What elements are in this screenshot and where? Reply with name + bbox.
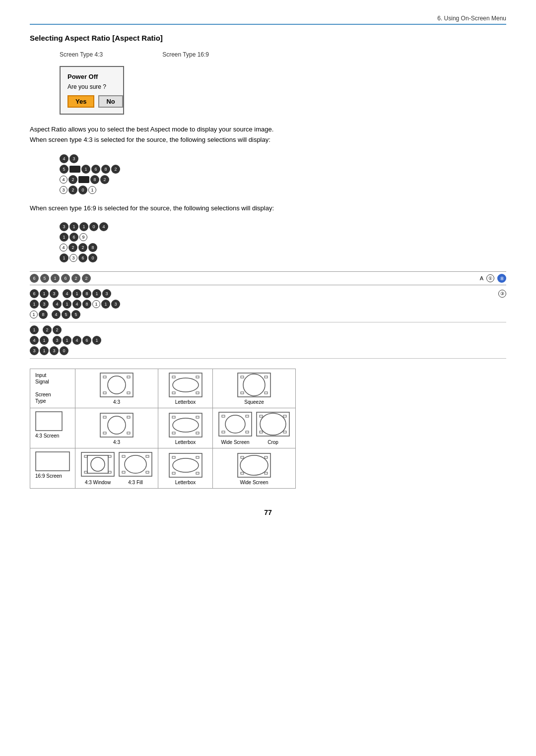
svg-rect-3 <box>127 376 130 378</box>
yes-button[interactable]: Yes <box>67 95 94 108</box>
ic-f: 1 <box>60 233 68 242</box>
ic-o: 6 <box>78 253 87 262</box>
svg-rect-18 <box>36 412 62 431</box>
icon-row-5: 3 1 1 0 4 <box>60 222 506 231</box>
ig-i: 6 <box>82 336 91 345</box>
icon-s4: 8 <box>101 165 110 174</box>
icon-section-3: 1 2 2 4 1 3 1 4 6 1 3 1 3 0 <box>30 325 506 355</box>
ig-l: 1 <box>40 346 49 355</box>
separator-line-2 <box>30 358 506 359</box>
svg-rect-43 <box>36 452 69 471</box>
svg-rect-17 <box>265 392 268 394</box>
svg-rect-50 <box>108 471 111 473</box>
svg-point-58 <box>173 458 199 472</box>
svg-rect-48 <box>108 455 111 457</box>
icon-r1 <box>69 166 80 173</box>
svg-rect-51 <box>119 452 152 476</box>
icon-row-4: 3 2 0 1 <box>60 186 506 194</box>
cell-43screen-43: 4:3 <box>75 408 158 448</box>
icon-row-14: 3 1 3 0 <box>30 346 506 355</box>
mi-m: 4 <box>72 300 81 309</box>
svg-rect-35 <box>222 431 225 433</box>
svg-rect-2 <box>103 376 106 378</box>
svg-rect-9 <box>196 376 199 378</box>
col-squeeze-label: Squeeze <box>218 399 290 405</box>
svg-rect-53 <box>122 455 125 457</box>
svg-rect-54 <box>146 455 149 457</box>
ic-d: 0 <box>89 222 98 231</box>
icon-s7: 8 <box>90 175 99 184</box>
svg-rect-33 <box>222 415 225 417</box>
svg-rect-24 <box>127 432 130 434</box>
svg-rect-16 <box>241 392 244 394</box>
preview-43screen-widescreen <box>218 411 253 437</box>
icon-s2: 1 <box>81 165 90 174</box>
cell-169screen-43window-fill: 4:3 Window 4:3 Fill <box>75 448 158 489</box>
mi-l: 1 <box>63 300 71 309</box>
circle-1: ① <box>486 274 494 282</box>
svg-rect-68 <box>265 472 268 474</box>
svg-rect-28 <box>196 416 199 418</box>
ig-e: 1 <box>40 336 49 345</box>
svg-rect-31 <box>219 412 252 436</box>
ic-n: 3 <box>69 254 77 262</box>
svg-rect-15 <box>265 376 268 378</box>
icon-s3: 6 <box>91 165 100 174</box>
mi-g: 1 <box>92 289 101 298</box>
icon-row-9: 6 1 3 4 1 8 1 3 ③ <box>30 289 506 298</box>
ic-k: 2 <box>78 243 87 252</box>
mi-n: 8 <box>82 300 91 309</box>
mi-q: 3 <box>111 300 120 309</box>
preview-169screen-43window <box>80 451 115 477</box>
icon-list-43: 4 3 5 1 6 8 2 4 2 8 2 3 2 0 1 <box>60 154 506 194</box>
svg-rect-39 <box>260 415 263 417</box>
col-letterbox-header: Letterbox <box>158 369 213 408</box>
svg-rect-21 <box>103 416 106 418</box>
svg-point-13 <box>243 374 265 396</box>
cell-43screen-letterbox: Letterbox <box>158 408 213 448</box>
ig-c: 2 <box>53 325 62 334</box>
svg-rect-47 <box>84 455 87 457</box>
preview-letterbox-input <box>168 372 203 398</box>
ig-h: 4 <box>72 336 81 345</box>
ig-n: 0 <box>60 346 68 355</box>
svg-rect-25 <box>169 413 202 437</box>
no-button[interactable]: No <box>98 95 123 108</box>
icon-row-6: 1 6 9 <box>60 233 506 242</box>
icon-s5: 2 <box>111 165 120 174</box>
mi-e: 1 <box>72 289 81 298</box>
svg-rect-4 <box>103 392 106 394</box>
mi-t: 4 <box>52 310 61 319</box>
mi-f: 8 <box>82 289 91 298</box>
preview-43screen-43 <box>99 412 134 438</box>
cell-43screen-43-label: 4:3 <box>80 440 153 445</box>
cell-43screen-widescreen-crop: Wide Screen Crop <box>213 408 296 448</box>
ic-i: 4 <box>60 244 67 252</box>
right-label-row: A ① ⑧ <box>480 274 506 283</box>
svg-point-46 <box>91 457 105 471</box>
table-row-169screen: 16:9 Screen 4:3 Window <box>30 448 296 489</box>
svg-rect-5 <box>127 392 130 394</box>
icon-row-13: 4 1 3 1 4 6 1 <box>30 336 506 345</box>
ic-j: 2 <box>68 243 77 252</box>
svg-rect-65 <box>241 456 244 458</box>
row-label-43screen-text: 4:3 Screen <box>35 433 59 439</box>
svg-rect-44 <box>81 452 114 476</box>
ic-a: 3 <box>60 222 68 231</box>
svg-rect-6 <box>169 373 202 397</box>
row-label-169screen: 16:9 Screen <box>30 448 75 489</box>
cell-169screen-letterbox: Letterbox <box>158 448 213 489</box>
svg-rect-30 <box>196 432 199 434</box>
mi-v: 5 <box>71 310 80 319</box>
ic-b: 1 <box>69 222 78 231</box>
ig-g: 1 <box>63 336 71 345</box>
svg-rect-56 <box>146 471 149 473</box>
separator-line-1 <box>30 322 506 322</box>
description-3: When screen type 16:9 is selected for th… <box>30 203 506 214</box>
svg-rect-63 <box>238 453 270 477</box>
sep-icon-4a: 1 <box>51 274 60 283</box>
preview-43screen-letterbox <box>168 412 203 438</box>
widescreen-label: Wide Screen <box>221 440 249 445</box>
icon-c3: 1 <box>88 186 96 194</box>
mi-u: 5 <box>62 310 70 319</box>
